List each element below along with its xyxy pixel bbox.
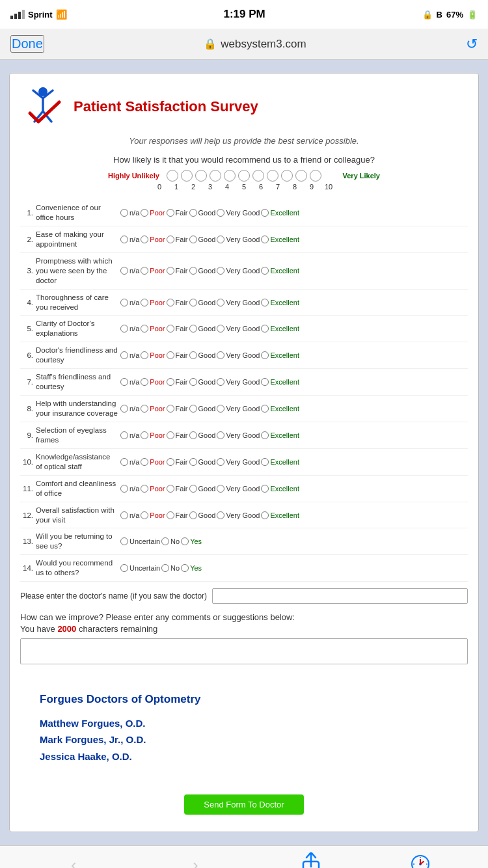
radio-poor[interactable]: Poor — [141, 299, 165, 306]
radio-verygood[interactable]: Very Good — [217, 458, 260, 466]
radio-verygood[interactable]: Very Good — [217, 405, 260, 413]
radio-good[interactable]: Good — [189, 236, 216, 243]
radio-excellent[interactable]: Excellent — [261, 431, 299, 439]
radio-na[interactable]: n/a — [120, 511, 139, 519]
radio-na[interactable]: n/a — [120, 209, 139, 217]
scale-circle-6[interactable] — [252, 170, 264, 182]
scale-circle-3[interactable] — [210, 170, 221, 182]
radio-na[interactable]: n/a — [120, 299, 139, 306]
radio-poor[interactable]: Poor — [141, 485, 165, 493]
radio-na[interactable]: n/a — [120, 431, 139, 439]
scale-circle-0[interactable] — [167, 170, 178, 182]
comments-textarea[interactable] — [20, 638, 468, 664]
doctor-name-input[interactable] — [212, 588, 468, 604]
scale-circle-10[interactable] — [310, 170, 321, 182]
radio-na[interactable]: n/a — [120, 405, 139, 413]
radio-uncertain-14[interactable]: Uncertain — [120, 564, 160, 572]
radio-fair[interactable]: Fair — [167, 405, 188, 413]
radio-yes-14[interactable]: Yes — [181, 564, 202, 572]
radio-good[interactable]: Good — [189, 431, 216, 439]
radio-good[interactable]: Good — [189, 511, 216, 519]
radio-poor[interactable]: Poor — [141, 458, 165, 466]
radio-good[interactable]: Good — [189, 378, 216, 386]
scale-circle-8[interactable] — [281, 170, 293, 182]
radio-fair[interactable]: Fair — [167, 267, 188, 275]
radio-verygood[interactable]: Very Good — [217, 485, 260, 493]
radio-na[interactable]: n/a — [120, 458, 139, 466]
radio-uncertain-13[interactable]: Uncertain — [120, 537, 160, 545]
scale-circle-2[interactable] — [195, 170, 207, 182]
radio-excellent[interactable]: Excellent — [261, 485, 299, 493]
radio-na[interactable]: n/a — [120, 378, 139, 386]
radio-na[interactable]: n/a — [120, 485, 139, 493]
radio-good[interactable]: Good — [189, 405, 216, 413]
scale-circle-7[interactable] — [267, 170, 278, 182]
radio-verygood[interactable]: Very Good — [217, 325, 260, 332]
radio-verygood[interactable]: Very Good — [217, 236, 260, 243]
radio-fair[interactable]: Fair — [167, 351, 188, 359]
radio-excellent[interactable]: Excellent — [261, 209, 299, 217]
radio-good[interactable]: Good — [189, 485, 216, 493]
radio-poor[interactable]: Poor — [141, 431, 165, 439]
radio-verygood[interactable]: Very Good — [217, 378, 260, 386]
radio-poor[interactable]: Poor — [141, 267, 165, 275]
table-row: 14. Would you recommend us to others? Un… — [20, 555, 468, 582]
reload-button[interactable]: ↺ — [466, 36, 478, 53]
radio-fair[interactable]: Fair — [167, 431, 188, 439]
radio-good[interactable]: Good — [189, 299, 216, 306]
submit-button[interactable]: Send Form To Doctor — [184, 794, 303, 815]
scale-circle-5[interactable] — [238, 170, 250, 182]
radio-good[interactable]: Good — [189, 209, 216, 217]
radio-excellent[interactable]: Excellent — [261, 458, 299, 466]
radio-good[interactable]: Good — [189, 325, 216, 332]
scale-circle-1[interactable] — [181, 170, 193, 182]
radio-fair[interactable]: Fair — [167, 236, 188, 243]
radio-poor[interactable]: Poor — [141, 325, 165, 332]
radio-no-14[interactable]: No — [161, 564, 180, 572]
radio-poor[interactable]: Poor — [141, 209, 165, 217]
radio-excellent[interactable]: Excellent — [261, 236, 299, 243]
done-button[interactable]: Done — [10, 35, 44, 53]
radio-good[interactable]: Good — [189, 458, 216, 466]
radio-na[interactable]: n/a — [120, 325, 139, 332]
radio-verygood[interactable]: Very Good — [217, 267, 260, 275]
radio-good[interactable]: Good — [189, 267, 216, 275]
scale-circle-9[interactable] — [295, 170, 307, 182]
radio-yes-13[interactable]: Yes — [181, 537, 202, 545]
radio-verygood[interactable]: Very Good — [217, 209, 260, 217]
bookmarks-button[interactable] — [411, 854, 430, 868]
radio-fair[interactable]: Fair — [167, 299, 188, 306]
radio-excellent[interactable]: Excellent — [261, 405, 299, 413]
radio-na[interactable]: n/a — [120, 267, 139, 275]
radio-excellent[interactable]: Excellent — [261, 351, 299, 359]
radio-poor[interactable]: Poor — [141, 378, 165, 386]
radio-verygood[interactable]: Very Good — [217, 431, 260, 439]
forward-button[interactable]: › — [180, 855, 211, 868]
radio-verygood[interactable]: Very Good — [217, 299, 260, 306]
radio-poor[interactable]: Poor — [141, 511, 165, 519]
radio-poor[interactable]: Poor — [141, 351, 165, 359]
radio-na[interactable]: n/a — [120, 236, 139, 243]
radio-verygood[interactable]: Very Good — [217, 351, 260, 359]
radio-excellent[interactable]: Excellent — [261, 511, 299, 519]
radio-na[interactable]: n/a — [120, 351, 139, 359]
radio-excellent[interactable]: Excellent — [261, 299, 299, 306]
scale-circle-4[interactable] — [224, 170, 236, 182]
radio-fair[interactable]: Fair — [167, 511, 188, 519]
radio-excellent[interactable]: Excellent — [261, 267, 299, 275]
radio-fair[interactable]: Fair — [167, 458, 188, 466]
radio-fair[interactable]: Fair — [167, 325, 188, 332]
radio-fair[interactable]: Fair — [167, 485, 188, 493]
radio-poor[interactable]: Poor — [141, 405, 165, 413]
radio-excellent[interactable]: Excellent — [261, 378, 299, 386]
radio-verygood[interactable]: Very Good — [217, 511, 260, 519]
radio-fair[interactable]: Fair — [167, 209, 188, 217]
share-button[interactable] — [301, 852, 321, 868]
radio-good[interactable]: Good — [189, 351, 216, 359]
radio-excellent[interactable]: Excellent — [261, 325, 299, 332]
doctor-name-item: Jessica Haake, O.D. — [40, 748, 468, 765]
radio-no-13[interactable]: No — [161, 537, 180, 545]
radio-poor[interactable]: Poor — [141, 236, 165, 243]
back-button[interactable]: ‹ — [58, 855, 90, 868]
radio-fair[interactable]: Fair — [167, 378, 188, 386]
